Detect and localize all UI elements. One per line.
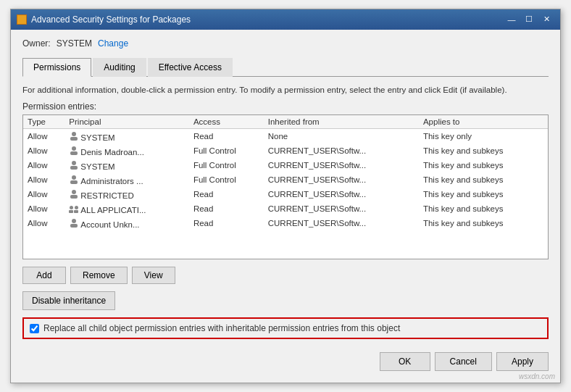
cell-type: Allow	[23, 158, 64, 172]
cell-principal: SYSTEM	[64, 129, 189, 144]
col-header-principal: Principal	[64, 115, 189, 129]
table-row[interactable]: Allow SYSTEM Read None This key only	[23, 129, 548, 144]
cell-type: Allow	[23, 201, 64, 216]
table-row[interactable]: Allow RESTRICTED Read CURRENT_USER\Softw…	[23, 187, 548, 201]
tab-auditing[interactable]: Auditing	[93, 58, 146, 77]
table-row[interactable]: Allow ALL APPLICATI... Read CURRENT_USER…	[23, 201, 548, 216]
svg-rect-12	[69, 210, 73, 213]
tab-bar: Permissions Auditing Effective Access	[22, 57, 549, 77]
add-button[interactable]: Add	[22, 267, 66, 284]
permission-table-container: Type Principal Access Inherited from App…	[22, 114, 549, 259]
col-header-applies: Applies to	[419, 115, 548, 129]
principal-icon	[69, 159, 79, 170]
cell-access: Read	[189, 216, 264, 230]
cell-inherited: CURRENT_USER\Softw...	[264, 158, 419, 172]
tab-permissions[interactable]: Permissions	[22, 58, 91, 77]
svg-point-6	[72, 175, 76, 180]
tab-effective-access[interactable]: Effective Access	[148, 58, 233, 77]
cell-access: Read	[189, 187, 264, 201]
replace-checkbox-label: Replace all child object permission entr…	[43, 323, 400, 333]
cell-type: Allow	[23, 129, 64, 144]
svg-rect-7	[70, 180, 78, 184]
principal-icon	[69, 217, 79, 228]
title-bar-left: Advanced Security Settings for Packages	[17, 14, 191, 25]
owner-label: Owner:	[22, 38, 51, 49]
svg-point-14	[72, 219, 76, 223]
main-window: Advanced Security Settings for Packages …	[10, 9, 561, 383]
principal-icon	[69, 130, 79, 141]
col-header-access: Access	[189, 115, 264, 129]
cell-applies: This key and subkeys	[419, 172, 548, 187]
window-title: Advanced Security Settings for Packages	[31, 14, 191, 25]
principal-icon	[69, 145, 79, 155]
principal-icon	[69, 174, 79, 184]
dialog-content: Owner: SYSTEM Change Permissions Auditin…	[11, 30, 560, 383]
col-header-inherited: Inherited from	[264, 115, 419, 129]
footer-buttons: OK Cancel Apply	[22, 349, 549, 374]
cell-type: Allow	[23, 172, 64, 187]
svg-rect-15	[70, 224, 78, 228]
cell-applies: This key and subkeys	[419, 158, 548, 172]
cell-type: Allow	[23, 143, 64, 158]
cancel-button[interactable]: Cancel	[435, 352, 492, 371]
cell-principal: Denis Madroan...	[64, 143, 189, 158]
cell-access: Full Control	[189, 172, 264, 187]
cell-applies: This key and subkeys	[419, 187, 548, 201]
svg-rect-5	[70, 166, 78, 170]
close-button[interactable]: ✕	[538, 13, 554, 26]
table-row[interactable]: Allow Denis Madroan... Full Control CURR…	[23, 143, 548, 158]
window-icon	[17, 14, 27, 25]
cell-inherited: None	[264, 129, 419, 144]
svg-point-4	[72, 161, 76, 165]
svg-point-8	[72, 190, 76, 194]
owner-change-link[interactable]: Change	[98, 38, 128, 49]
section-label: Permission entries:	[22, 101, 549, 112]
replace-checkbox-row: Replace all child object permission entr…	[22, 317, 549, 339]
watermark: wsxdn.com	[519, 372, 555, 380]
cell-principal: Administrators ...	[64, 172, 189, 187]
title-bar: Advanced Security Settings for Packages …	[11, 9, 560, 30]
svg-rect-3	[70, 151, 78, 155]
cell-applies: This key only	[419, 129, 548, 144]
cell-inherited: CURRENT_USER\Softw...	[264, 201, 419, 216]
maximize-button[interactable]: ☐	[521, 13, 537, 26]
svg-point-2	[72, 146, 76, 151]
disable-inheritance-button[interactable]: Disable inheritance	[22, 291, 115, 310]
cell-applies: This key and subkeys	[419, 216, 548, 230]
remove-button[interactable]: Remove	[70, 267, 128, 284]
cell-applies: This key and subkeys	[419, 143, 548, 158]
replace-checkbox[interactable]	[30, 324, 39, 333]
cell-principal: Account Unkn...	[64, 216, 189, 230]
table-row[interactable]: Allow Administrators ... Full Control CU…	[23, 172, 548, 187]
permission-table: Type Principal Access Inherited from App…	[23, 115, 548, 230]
cell-type: Allow	[23, 216, 64, 230]
table-row[interactable]: Allow Account Unkn... Read CURRENT_USER\…	[23, 216, 548, 230]
view-button[interactable]: View	[132, 267, 175, 284]
table-header-row: Type Principal Access Inherited from App…	[23, 115, 548, 129]
title-buttons: — ☐ ✕	[504, 13, 554, 26]
cell-inherited: CURRENT_USER\Softw...	[264, 187, 419, 201]
table-row[interactable]: Allow SYSTEM Full Control CURRENT_USER\S…	[23, 158, 548, 172]
principal-icon	[69, 188, 79, 199]
svg-point-0	[72, 132, 76, 136]
cell-inherited: CURRENT_USER\Softw...	[264, 172, 419, 187]
owner-row: Owner: SYSTEM Change	[22, 38, 549, 49]
svg-rect-9	[70, 195, 78, 199]
action-buttons: Add Remove View	[22, 267, 549, 284]
svg-rect-11	[75, 206, 78, 209]
minimize-button[interactable]: —	[504, 13, 520, 26]
cell-applies: This key and subkeys	[419, 201, 548, 216]
ok-button[interactable]: OK	[380, 352, 430, 371]
svg-rect-1	[70, 137, 78, 141]
col-header-type: Type	[23, 115, 64, 129]
cell-access: Full Control	[189, 158, 264, 172]
cell-access: Full Control	[189, 143, 264, 158]
cell-principal: RESTRICTED	[64, 187, 189, 201]
apply-button[interactable]: Apply	[496, 352, 549, 371]
cell-principal: SYSTEM	[64, 158, 189, 172]
cell-inherited: CURRENT_USER\Softw...	[264, 216, 419, 230]
svg-rect-10	[70, 206, 73, 209]
cell-inherited: CURRENT_USER\Softw...	[264, 143, 419, 158]
principal-icon	[69, 203, 79, 213]
cell-access: Read	[189, 129, 264, 144]
